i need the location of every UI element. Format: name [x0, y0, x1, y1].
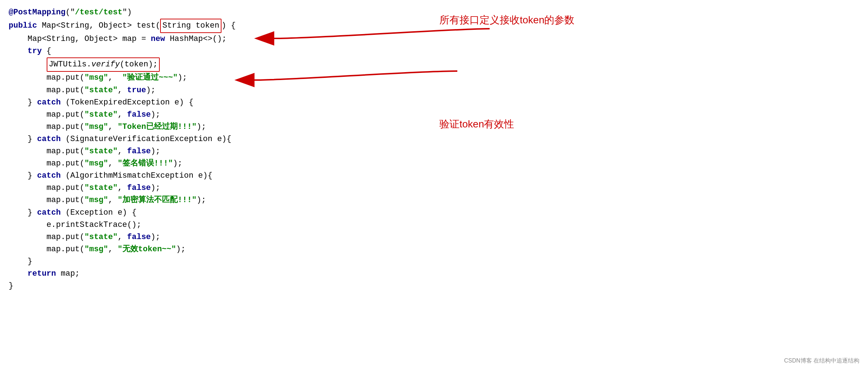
line-catch-ex: } catch (Exception e) {	[9, 207, 859, 219]
line-map-msg-algo: map.put("msg", "加密算法不匹配!!!");	[9, 194, 859, 206]
line-map-state-true: map.put("state", true);	[9, 84, 859, 97]
line-method-sig: public Map<String, Object> test(String t…	[9, 19, 859, 33]
footer-text: CSDN博客 在结构中追逐结构	[784, 356, 859, 365]
code-block: @PostMapping("/test/test") public Map<St…	[9, 6, 859, 292]
line-map-msg-invalid: map.put("msg", "无效token~~");	[9, 243, 859, 256]
line-catch-algo: } catch (AlgorithmMismatchException e){	[9, 170, 859, 182]
line-map-state-false1: map.put("state", false);	[9, 109, 859, 121]
line-map-state-false2: map.put("state", false);	[9, 145, 859, 158]
line-try-open: try {	[9, 45, 859, 57]
line-close-method: }	[9, 280, 859, 292]
line-map-msg-expired: map.put("msg", "Token已经过期!!!");	[9, 121, 859, 133]
line-map-msg-sig: map.put("msg", "签名错误!!!");	[9, 158, 859, 170]
line-map-state-false4: map.put("state", false);	[9, 231, 859, 243]
line-annotation: @PostMapping("/test/test")	[9, 6, 859, 19]
line-return-map: return map;	[9, 268, 859, 280]
line-catch-sig: } catch (SignatureVerificationException …	[9, 133, 859, 145]
line-jwt-verify: JWTUtils.verify(token);	[9, 57, 859, 72]
line-catch-expired: } catch (TokenExpiredException e) {	[9, 97, 859, 109]
line-map-init: Map<String, Object> map = new HashMap<>(…	[9, 33, 859, 45]
line-map-msg-ok: map.put("msg", "验证通过~~~");	[9, 72, 859, 84]
line-close-try: }	[9, 256, 859, 268]
line-map-state-false3: map.put("state", false);	[9, 182, 859, 194]
line-print-stack: e.printStackTrace();	[9, 219, 859, 231]
